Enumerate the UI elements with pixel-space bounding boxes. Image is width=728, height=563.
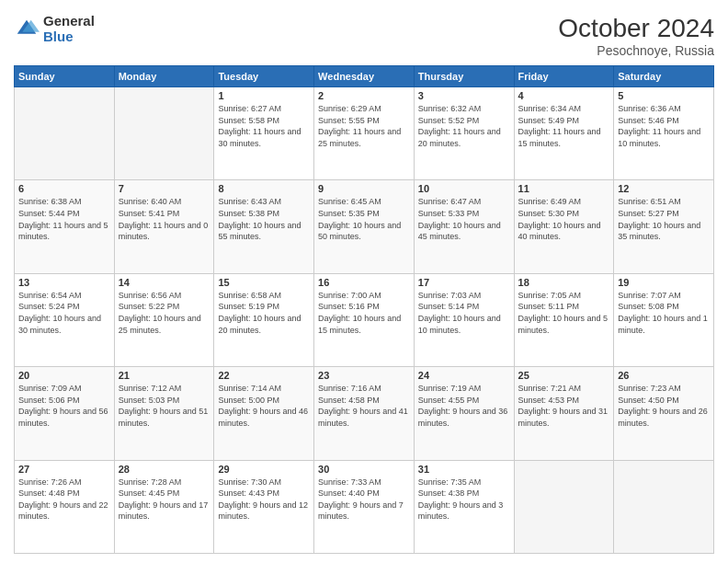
day-number: 3 — [418, 90, 510, 101]
header-cell-saturday: Saturday — [614, 66, 714, 87]
calendar-cell: 8Sunrise: 6:43 AMSunset: 5:38 PMDaylight… — [214, 180, 314, 273]
week-row-3: 13Sunrise: 6:54 AMSunset: 5:24 PMDayligh… — [15, 273, 714, 366]
week-row-2: 6Sunrise: 6:38 AMSunset: 5:44 PMDaylight… — [15, 180, 714, 273]
day-info: Sunrise: 6:45 AMSunset: 5:35 PMDaylight:… — [318, 196, 410, 242]
calendar-cell: 30Sunrise: 7:33 AMSunset: 4:40 PMDayligh… — [314, 460, 415, 553]
page: General Blue October 2024 Pesochnoye, Ru… — [0, 0, 728, 563]
day-info: Sunrise: 6:49 AMSunset: 5:30 PMDaylight:… — [518, 196, 610, 242]
day-info: Sunrise: 7:09 AMSunset: 5:06 PMDaylight:… — [18, 383, 110, 429]
week-row-5: 27Sunrise: 7:26 AMSunset: 4:48 PMDayligh… — [15, 460, 714, 553]
calendar-cell: 20Sunrise: 7:09 AMSunset: 5:06 PMDayligh… — [15, 367, 115, 460]
day-number: 29 — [218, 464, 310, 475]
header-cell-friday: Friday — [514, 66, 614, 87]
calendar-cell: 25Sunrise: 7:21 AMSunset: 4:53 PMDayligh… — [514, 367, 614, 460]
header-cell-thursday: Thursday — [414, 66, 514, 87]
day-info: Sunrise: 7:21 AMSunset: 4:53 PMDaylight:… — [518, 383, 610, 429]
day-number: 24 — [418, 370, 510, 381]
header-cell-wednesday: Wednesday — [314, 66, 415, 87]
calendar-cell: 26Sunrise: 7:23 AMSunset: 4:50 PMDayligh… — [614, 367, 714, 460]
day-info: Sunrise: 7:12 AMSunset: 5:03 PMDaylight:… — [119, 383, 210, 429]
day-number: 12 — [618, 183, 710, 194]
day-number: 21 — [119, 370, 210, 381]
day-info: Sunrise: 7:05 AMSunset: 5:11 PMDaylight:… — [518, 290, 610, 336]
day-number: 18 — [518, 277, 610, 288]
calendar-cell: 31Sunrise: 7:35 AMSunset: 4:38 PMDayligh… — [414, 460, 514, 553]
calendar-cell: 10Sunrise: 6:47 AMSunset: 5:33 PMDayligh… — [414, 180, 514, 273]
day-number: 9 — [318, 183, 410, 194]
day-number: 11 — [518, 183, 610, 194]
day-number: 27 — [18, 464, 110, 475]
day-info: Sunrise: 6:43 AMSunset: 5:38 PMDaylight:… — [218, 196, 310, 242]
calendar-table: SundayMondayTuesdayWednesdayThursdayFrid… — [14, 65, 714, 554]
day-number: 6 — [18, 183, 110, 194]
calendar-cell: 21Sunrise: 7:12 AMSunset: 5:03 PMDayligh… — [114, 367, 214, 460]
day-info: Sunrise: 6:32 AMSunset: 5:52 PMDaylight:… — [418, 103, 510, 149]
day-number: 8 — [218, 183, 310, 194]
logo-blue-text: Blue — [43, 29, 95, 45]
calendar-cell: 6Sunrise: 6:38 AMSunset: 5:44 PMDaylight… — [15, 180, 115, 273]
day-info: Sunrise: 7:28 AMSunset: 4:45 PMDaylight:… — [119, 477, 210, 523]
day-info: Sunrise: 7:00 AMSunset: 5:16 PMDaylight:… — [318, 290, 410, 336]
day-number: 16 — [318, 277, 410, 288]
day-number: 2 — [318, 90, 410, 101]
logo-icon — [14, 17, 40, 42]
week-row-4: 20Sunrise: 7:09 AMSunset: 5:06 PMDayligh… — [15, 367, 714, 460]
calendar-cell — [614, 460, 714, 553]
calendar-cell: 14Sunrise: 6:56 AMSunset: 5:22 PMDayligh… — [114, 273, 214, 366]
day-number: 15 — [218, 277, 310, 288]
calendar-cell: 28Sunrise: 7:28 AMSunset: 4:45 PMDayligh… — [114, 460, 214, 553]
calendar-cell: 1Sunrise: 6:27 AMSunset: 5:58 PMDaylight… — [214, 87, 314, 180]
calendar-cell: 18Sunrise: 7:05 AMSunset: 5:11 PMDayligh… — [514, 273, 614, 366]
calendar-cell: 7Sunrise: 6:40 AMSunset: 5:41 PMDaylight… — [114, 180, 214, 273]
day-info: Sunrise: 7:26 AMSunset: 4:48 PMDaylight:… — [18, 477, 110, 523]
day-number: 26 — [618, 370, 710, 381]
day-number: 28 — [119, 464, 210, 475]
calendar-cell: 29Sunrise: 7:30 AMSunset: 4:43 PMDayligh… — [214, 460, 314, 553]
day-number: 23 — [318, 370, 410, 381]
day-info: Sunrise: 6:38 AMSunset: 5:44 PMDaylight:… — [18, 196, 110, 242]
calendar-cell: 22Sunrise: 7:14 AMSunset: 5:00 PMDayligh… — [214, 367, 314, 460]
day-number: 4 — [518, 90, 610, 101]
calendar-cell: 27Sunrise: 7:26 AMSunset: 4:48 PMDayligh… — [15, 460, 115, 553]
day-number: 20 — [18, 370, 110, 381]
calendar-cell: 17Sunrise: 7:03 AMSunset: 5:14 PMDayligh… — [414, 273, 514, 366]
header-row: SundayMondayTuesdayWednesdayThursdayFrid… — [15, 66, 714, 87]
day-number: 1 — [218, 90, 310, 101]
calendar-cell: 13Sunrise: 6:54 AMSunset: 5:24 PMDayligh… — [15, 273, 115, 366]
calendar-cell — [514, 460, 614, 553]
logo: General Blue — [14, 14, 95, 44]
day-number: 10 — [418, 183, 510, 194]
calendar-cell: 12Sunrise: 6:51 AMSunset: 5:27 PMDayligh… — [614, 180, 714, 273]
calendar-cell: 16Sunrise: 7:00 AMSunset: 5:16 PMDayligh… — [314, 273, 415, 366]
day-info: Sunrise: 7:33 AMSunset: 4:40 PMDaylight:… — [318, 477, 410, 523]
day-info: Sunrise: 6:27 AMSunset: 5:58 PMDaylight:… — [218, 103, 310, 149]
calendar-cell: 11Sunrise: 6:49 AMSunset: 5:30 PMDayligh… — [514, 180, 614, 273]
day-number: 5 — [618, 90, 710, 101]
day-number: 14 — [119, 277, 210, 288]
day-info: Sunrise: 7:23 AMSunset: 4:50 PMDaylight:… — [618, 383, 710, 429]
logo-general-text: General — [43, 14, 95, 29]
month-title: October 2024 — [558, 14, 714, 43]
calendar-cell: 19Sunrise: 7:07 AMSunset: 5:08 PMDayligh… — [614, 273, 714, 366]
calendar-cell: 4Sunrise: 6:34 AMSunset: 5:49 PMDaylight… — [514, 87, 614, 180]
week-row-1: 1Sunrise: 6:27 AMSunset: 5:58 PMDaylight… — [15, 87, 714, 180]
location: Pesochnoye, Russia — [558, 43, 714, 58]
day-number: 7 — [119, 183, 210, 194]
day-info: Sunrise: 7:19 AMSunset: 4:55 PMDaylight:… — [418, 383, 510, 429]
day-number: 25 — [518, 370, 610, 381]
calendar-cell: 5Sunrise: 6:36 AMSunset: 5:46 PMDaylight… — [614, 87, 714, 180]
day-info: Sunrise: 7:14 AMSunset: 5:00 PMDaylight:… — [218, 383, 310, 429]
day-number: 19 — [618, 277, 710, 288]
calendar-cell — [15, 87, 115, 180]
day-info: Sunrise: 6:29 AMSunset: 5:55 PMDaylight:… — [318, 103, 410, 149]
day-number: 13 — [18, 277, 110, 288]
day-number: 31 — [418, 464, 510, 475]
day-info: Sunrise: 6:54 AMSunset: 5:24 PMDaylight:… — [18, 290, 110, 336]
calendar-cell: 2Sunrise: 6:29 AMSunset: 5:55 PMDaylight… — [314, 87, 415, 180]
calendar-cell: 9Sunrise: 6:45 AMSunset: 5:35 PMDaylight… — [314, 180, 415, 273]
logo-text: General Blue — [43, 14, 95, 44]
day-info: Sunrise: 7:16 AMSunset: 4:58 PMDaylight:… — [318, 383, 410, 429]
day-info: Sunrise: 6:40 AMSunset: 5:41 PMDaylight:… — [119, 196, 210, 242]
day-info: Sunrise: 7:35 AMSunset: 4:38 PMDaylight:… — [418, 477, 510, 523]
header-cell-monday: Monday — [114, 66, 214, 87]
